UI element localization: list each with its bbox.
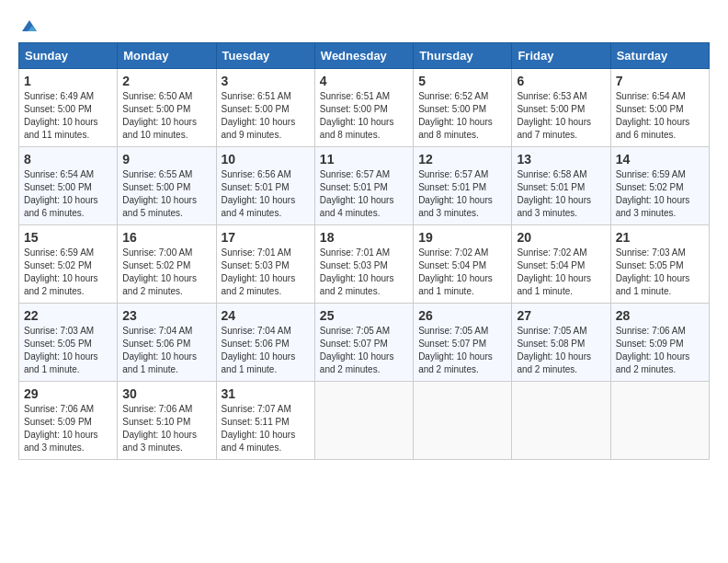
day-number: 21 <box>616 230 704 245</box>
calendar-cell: 2 Sunrise: 6:50 AMSunset: 5:00 PMDayligh… <box>118 69 216 147</box>
day-info: Sunrise: 6:50 AMSunset: 5:00 PMDaylight:… <box>122 91 197 140</box>
weekday-header-tuesday: Tuesday <box>216 43 314 69</box>
day-info: Sunrise: 7:06 AMSunset: 5:09 PMDaylight:… <box>616 326 690 374</box>
day-number: 31 <box>222 386 310 401</box>
calendar-cell: 10 Sunrise: 6:56 AMSunset: 5:01 PMDaylig… <box>216 147 314 225</box>
calendar-cell: 26 Sunrise: 7:05 AMSunset: 5:07 PMDaylig… <box>414 304 512 382</box>
day-info: Sunrise: 7:03 AMSunset: 5:05 PMDaylight:… <box>24 326 98 374</box>
weekday-header-row: SundayMondayTuesdayWednesdayThursdayFrid… <box>19 43 710 69</box>
day-number: 13 <box>517 152 605 167</box>
calendar-cell: 24 Sunrise: 7:04 AMSunset: 5:06 PMDaylig… <box>216 304 314 382</box>
day-info: Sunrise: 6:59 AMSunset: 5:02 PMDaylight:… <box>24 247 98 296</box>
calendar-cell: 1 Sunrise: 6:49 AMSunset: 5:00 PMDayligh… <box>19 69 118 147</box>
day-info: Sunrise: 7:01 AMSunset: 5:03 PMDaylight:… <box>320 247 394 296</box>
weekday-header-saturday: Saturday <box>610 43 709 69</box>
day-info: Sunrise: 7:02 AMSunset: 5:04 PMDaylight:… <box>517 247 591 296</box>
calendar-cell: 16 Sunrise: 7:00 AMSunset: 5:02 PMDaylig… <box>118 225 216 304</box>
calendar-cell: 12 Sunrise: 6:57 AMSunset: 5:01 PMDaylig… <box>414 147 512 225</box>
calendar-cell: 14 Sunrise: 6:59 AMSunset: 5:02 PMDaylig… <box>610 147 709 225</box>
day-info: Sunrise: 6:49 AMSunset: 5:00 PMDaylight:… <box>24 91 98 140</box>
calendar-cell: 4 Sunrise: 6:51 AMSunset: 5:00 PMDayligh… <box>314 69 413 147</box>
day-info: Sunrise: 6:57 AMSunset: 5:01 PMDaylight:… <box>320 169 394 218</box>
day-number: 26 <box>418 308 506 323</box>
page-header <box>18 18 710 37</box>
day-number: 1 <box>24 74 112 88</box>
calendar-cell: 17 Sunrise: 7:01 AMSunset: 5:03 PMDaylig… <box>216 225 314 304</box>
calendar-cell: 30 Sunrise: 7:06 AMSunset: 5:10 PMDaylig… <box>118 382 216 460</box>
calendar-cell: 28 Sunrise: 7:06 AMSunset: 5:09 PMDaylig… <box>610 304 709 382</box>
day-number: 28 <box>616 308 704 323</box>
day-number: 29 <box>24 386 112 401</box>
day-number: 12 <box>418 152 506 167</box>
day-info: Sunrise: 6:54 AMSunset: 5:00 PMDaylight:… <box>616 91 690 140</box>
day-number: 5 <box>418 74 506 88</box>
calendar-cell: 13 Sunrise: 6:58 AMSunset: 5:01 PMDaylig… <box>512 147 610 225</box>
day-info: Sunrise: 6:51 AMSunset: 5:00 PMDaylight:… <box>320 91 394 140</box>
weekday-header-thursday: Thursday <box>414 43 512 69</box>
day-number: 4 <box>320 74 408 88</box>
day-info: Sunrise: 6:56 AMSunset: 5:01 PMDaylight:… <box>222 169 296 218</box>
day-number: 18 <box>320 230 408 245</box>
calendar-week-row: 15 Sunrise: 6:59 AMSunset: 5:02 PMDaylig… <box>19 225 710 304</box>
calendar-cell: 27 Sunrise: 7:05 AMSunset: 5:08 PMDaylig… <box>512 304 610 382</box>
day-number: 23 <box>122 308 210 323</box>
day-info: Sunrise: 7:04 AMSunset: 5:06 PMDaylight:… <box>222 326 296 374</box>
weekday-header-friday: Friday <box>512 43 610 69</box>
calendar-cell: 29 Sunrise: 7:06 AMSunset: 5:09 PMDaylig… <box>19 382 118 460</box>
calendar-cell: 8 Sunrise: 6:54 AMSunset: 5:00 PMDayligh… <box>19 147 118 225</box>
calendar-cell: 6 Sunrise: 6:53 AMSunset: 5:00 PMDayligh… <box>512 69 610 147</box>
calendar-week-row: 29 Sunrise: 7:06 AMSunset: 5:09 PMDaylig… <box>19 382 710 460</box>
day-number: 14 <box>616 152 704 167</box>
calendar-week-row: 1 Sunrise: 6:49 AMSunset: 5:00 PMDayligh… <box>19 69 710 147</box>
day-info: Sunrise: 6:51 AMSunset: 5:00 PMDaylight:… <box>222 91 296 140</box>
day-number: 19 <box>418 230 506 245</box>
day-number: 6 <box>517 74 605 88</box>
day-info: Sunrise: 6:59 AMSunset: 5:02 PMDaylight:… <box>616 169 690 218</box>
day-number: 11 <box>320 152 408 167</box>
calendar-cell: 18 Sunrise: 7:01 AMSunset: 5:03 PMDaylig… <box>314 225 413 304</box>
calendar-table: SundayMondayTuesdayWednesdayThursdayFrid… <box>18 42 710 460</box>
calendar-cell: 19 Sunrise: 7:02 AMSunset: 5:04 PMDaylig… <box>414 225 512 304</box>
day-info: Sunrise: 6:53 AMSunset: 5:00 PMDaylight:… <box>517 91 591 140</box>
day-number: 10 <box>222 152 310 167</box>
calendar-cell: 23 Sunrise: 7:04 AMSunset: 5:06 PMDaylig… <box>118 304 216 382</box>
calendar-cell <box>414 382 512 460</box>
day-info: Sunrise: 7:05 AMSunset: 5:08 PMDaylight:… <box>517 326 591 374</box>
day-number: 20 <box>517 230 605 245</box>
calendar-cell: 21 Sunrise: 7:03 AMSunset: 5:05 PMDaylig… <box>610 225 709 304</box>
day-number: 15 <box>24 230 112 245</box>
day-info: Sunrise: 7:04 AMSunset: 5:06 PMDaylight:… <box>122 326 197 374</box>
day-number: 25 <box>320 308 408 323</box>
weekday-header-wednesday: Wednesday <box>314 43 413 69</box>
weekday-header-monday: Monday <box>118 43 216 69</box>
day-number: 24 <box>222 308 310 323</box>
day-info: Sunrise: 6:52 AMSunset: 5:00 PMDaylight:… <box>418 91 493 140</box>
day-number: 8 <box>24 152 112 167</box>
day-info: Sunrise: 7:06 AMSunset: 5:09 PMDaylight:… <box>24 404 98 453</box>
day-number: 27 <box>517 308 605 323</box>
day-number: 3 <box>222 74 310 88</box>
day-info: Sunrise: 6:58 AMSunset: 5:01 PMDaylight:… <box>517 169 591 218</box>
day-info: Sunrise: 7:01 AMSunset: 5:03 PMDaylight:… <box>222 247 296 296</box>
day-info: Sunrise: 6:54 AMSunset: 5:00 PMDaylight:… <box>24 169 98 218</box>
day-number: 9 <box>122 152 210 167</box>
calendar-cell <box>512 382 610 460</box>
calendar-week-row: 8 Sunrise: 6:54 AMSunset: 5:00 PMDayligh… <box>19 147 710 225</box>
day-info: Sunrise: 7:03 AMSunset: 5:05 PMDaylight:… <box>616 247 690 296</box>
day-number: 22 <box>24 308 112 323</box>
day-number: 2 <box>122 74 210 88</box>
day-number: 30 <box>122 386 210 401</box>
day-info: Sunrise: 7:00 AMSunset: 5:02 PMDaylight:… <box>122 247 197 296</box>
calendar-cell: 5 Sunrise: 6:52 AMSunset: 5:00 PMDayligh… <box>414 69 512 147</box>
day-info: Sunrise: 7:07 AMSunset: 5:11 PMDaylight:… <box>222 404 296 453</box>
calendar-cell: 15 Sunrise: 6:59 AMSunset: 5:02 PMDaylig… <box>19 225 118 304</box>
day-info: Sunrise: 7:02 AMSunset: 5:04 PMDaylight:… <box>418 247 493 296</box>
calendar-cell <box>610 382 709 460</box>
day-info: Sunrise: 7:05 AMSunset: 5:07 PMDaylight:… <box>418 326 493 374</box>
day-info: Sunrise: 7:06 AMSunset: 5:10 PMDaylight:… <box>122 404 197 453</box>
day-number: 7 <box>616 74 704 88</box>
calendar-cell: 11 Sunrise: 6:57 AMSunset: 5:01 PMDaylig… <box>314 147 413 225</box>
day-info: Sunrise: 7:05 AMSunset: 5:07 PMDaylight:… <box>320 326 394 374</box>
calendar-week-row: 22 Sunrise: 7:03 AMSunset: 5:05 PMDaylig… <box>19 304 710 382</box>
day-info: Sunrise: 6:57 AMSunset: 5:01 PMDaylight:… <box>418 169 493 218</box>
